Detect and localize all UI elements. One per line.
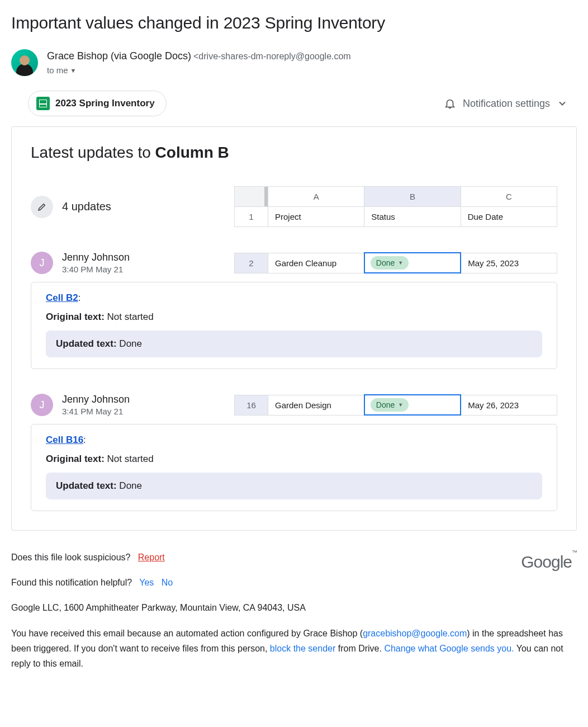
row-number: 2 (235, 253, 268, 273)
sender-email-link[interactable]: gracebishop@google.com (363, 629, 467, 638)
header-cell: Due Date (461, 207, 557, 227)
notification-settings[interactable]: Notification settings (444, 97, 568, 110)
report-link[interactable]: Report (138, 553, 165, 562)
card-title: Latest updates to Column B (31, 144, 557, 162)
chevron-down-icon: ▼ (398, 402, 403, 408)
row-number: 16 (235, 395, 268, 415)
change-details: Cell B16: Original text: Not started Upd… (31, 424, 557, 511)
updates-count: 4 updates (62, 200, 111, 213)
helpful-question: Found this notification helpful? (11, 578, 132, 587)
updates-card: Latest updates to Column B 4 updates A B… (11, 126, 577, 531)
update-block: J Jenny Johnson 3:41 PM May 21 16 Garden… (31, 394, 557, 511)
block-sender-link[interactable]: block the sender (270, 644, 335, 653)
yes-link[interactable]: Yes (139, 578, 154, 587)
email-subject: Important values changed in 2023 Spring … (11, 13, 577, 32)
recipient-label[interactable]: to me (47, 65, 68, 75)
status-chip[interactable]: Done▼ (371, 398, 409, 412)
change-details: Cell B2: Original text: Not started Upda… (31, 282, 557, 369)
bell-icon (444, 97, 456, 110)
change-settings-link[interactable]: Change what Google sends you. (384, 644, 514, 653)
email-footer: Does this file look suspicious? Report G… (11, 550, 577, 671)
change-row-table: 2 Garden Cleanup Done▼ May 25, 2023 (234, 252, 557, 273)
row-number: 1 (235, 207, 268, 227)
cell-value: May 25, 2023 (461, 253, 557, 273)
suspicious-question: Does this file look suspicious? (11, 553, 130, 562)
user-avatar: J (31, 394, 53, 416)
change-row-table: 16 Garden Design Done▼ May 26, 2023 (234, 394, 557, 416)
update-block: J Jenny Johnson 3:40 PM May 21 2 Garden … (31, 252, 557, 369)
cell-value: Garden Cleanup (268, 253, 364, 273)
status-chip[interactable]: Done▼ (371, 256, 409, 270)
sender-row: Grace Bishop (via Google Docs) <drive-sh… (11, 49, 577, 76)
chevron-down-icon[interactable]: ▼ (70, 67, 77, 74)
file-chip[interactable]: 2023 Spring Inventory (28, 91, 167, 116)
header-cell: Project (268, 207, 364, 227)
notification-settings-label: Notification settings (463, 98, 550, 110)
header-table: A B C 1 Project Status Due Date (234, 186, 557, 227)
chevron-down-icon (557, 98, 568, 109)
update-timestamp: 3:41 PM May 21 (62, 407, 130, 416)
cell-value: Garden Design (268, 395, 364, 415)
sender-name: Grace Bishop (via Google Docs) (47, 50, 191, 62)
google-logo: Google™ (521, 547, 577, 576)
col-header-a: A (268, 187, 364, 207)
footer-explanation: You have received this email because an … (11, 626, 577, 672)
pencil-icon (31, 196, 53, 218)
changed-cell: Done▼ (364, 253, 461, 273)
changed-cell: Done▼ (364, 395, 461, 415)
update-timestamp: 3:40 PM May 21 (62, 265, 130, 274)
sheets-icon (36, 97, 50, 110)
file-chip-label: 2023 Spring Inventory (55, 98, 155, 109)
sender-avatar (11, 49, 38, 76)
updates-summary-row: 4 updates A B C 1 Project Status Due Dat… (31, 186, 557, 227)
user-avatar: J (31, 252, 53, 274)
cell-value: May 26, 2023 (461, 395, 557, 415)
company-address: Google LLC, 1600 Amphitheater Parkway, M… (11, 600, 577, 615)
chevron-down-icon: ▼ (398, 260, 403, 266)
sender-email: <drive-shares-dm-noreply@google.com (193, 51, 351, 61)
cell-link[interactable]: Cell B2 (46, 292, 78, 303)
header-cell: Status (364, 207, 461, 227)
user-name: Jenny Johnson (62, 252, 130, 263)
no-link[interactable]: No (162, 578, 173, 587)
col-header-b: B (364, 187, 461, 207)
cell-link[interactable]: Cell B16 (46, 435, 83, 445)
user-name: Jenny Johnson (62, 394, 130, 405)
col-header-c: C (461, 187, 557, 207)
